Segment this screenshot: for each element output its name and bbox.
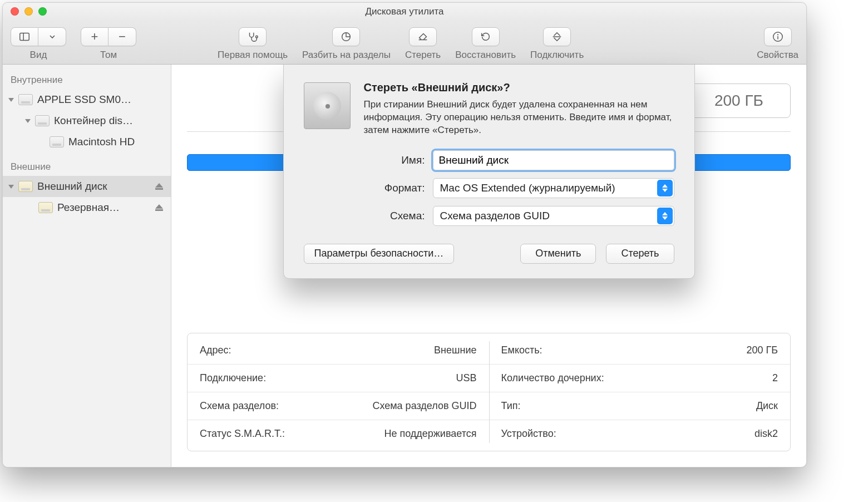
detail-row: Тип:Диск — [489, 392, 791, 420]
detail-row: Статус S.M.A.R.T.:Не поддерживается — [188, 420, 489, 447]
detail-key: Схема разделов: — [200, 400, 279, 412]
sidebar-item-external-disk[interactable]: Внешний диск — [3, 176, 171, 197]
minimize-icon[interactable] — [24, 7, 33, 16]
add-volume-button[interactable]: + — [81, 27, 108, 46]
info-button[interactable] — [764, 27, 792, 46]
toolbar-info: Свойства — [757, 27, 798, 61]
first-aid-button[interactable] — [239, 27, 267, 46]
pie-icon — [340, 31, 352, 43]
svg-point-2 — [256, 36, 258, 38]
view-menu-button[interactable] — [38, 27, 66, 46]
zoom-icon[interactable] — [38, 7, 47, 16]
detail-value: 2 — [772, 372, 778, 384]
erase-form: Имя: Формат: Mac OS Extended (журналируе… — [364, 150, 674, 226]
select-stepper-icon — [657, 208, 673, 224]
cancel-button[interactable]: Отменить — [520, 244, 596, 264]
details-card: Адрес:Внешние Подключение:USB Схема разд… — [187, 333, 791, 451]
mount-button[interactable] — [543, 27, 571, 46]
partition-button[interactable] — [332, 27, 360, 46]
stethoscope-icon — [246, 31, 259, 43]
detail-value: Схема разделов GUID — [372, 400, 476, 412]
sidebar-internal-header: Внутренние — [3, 71, 171, 89]
info-icon — [772, 31, 784, 43]
detail-value: USB — [456, 372, 476, 384]
erase-confirm-button[interactable]: Стереть — [606, 244, 674, 264]
toolbar: Вид + − Том Первая помощь Разбить на раз… — [3, 21, 806, 65]
sidebar-item-label: Контейнер dis… — [54, 115, 133, 127]
detail-row: Адрес:Внешние — [188, 337, 489, 364]
detail-key: Статус S.M.A.R.T.: — [200, 428, 285, 440]
app-window: Дисковая утилита Вид + − Том — [2, 2, 807, 467]
remove-volume-button[interactable]: − — [108, 27, 136, 46]
svg-point-6 — [777, 35, 778, 35]
detail-value: 200 ГБ — [746, 344, 778, 356]
toolbar-mount: Подключить — [530, 27, 584, 61]
sidebar-toggle-icon — [18, 31, 31, 43]
detail-value: Не поддерживается — [384, 428, 476, 440]
restore-button[interactable] — [472, 27, 500, 46]
details-right-column: Емкость:200 ГБ Количество дочерних:2 Тип… — [489, 333, 791, 451]
disclosure-triangle-icon[interactable] — [8, 98, 14, 102]
plus-icon: + — [91, 29, 98, 44]
erase-button[interactable] — [409, 27, 437, 46]
sidebar-external-header: Внешние — [3, 158, 171, 176]
sidebar-item-container[interactable]: Контейнер dis… — [3, 110, 171, 131]
detail-value: Внешние — [434, 344, 476, 356]
detail-row: Количество дочерних:2 — [489, 364, 791, 392]
minus-icon: − — [119, 29, 126, 44]
sidebar-item-label: Внешний диск — [37, 180, 107, 193]
scheme-select[interactable]: Схема разделов GUID — [433, 206, 674, 226]
detail-key: Емкость: — [501, 344, 542, 356]
sidebar-item-backup[interactable]: Резервная… — [3, 197, 171, 218]
detail-key: Тип: — [501, 400, 521, 412]
main-panel: 200 ГБ Адрес:Внешние Подключение:USB Схе… — [171, 65, 806, 467]
detail-key: Устройство: — [501, 428, 556, 440]
restore-icon — [480, 31, 492, 43]
hard-drive-icon — [304, 82, 351, 129]
eraser-icon — [417, 31, 429, 43]
detail-key: Подключение: — [200, 372, 266, 384]
details-left-column: Адрес:Внешние Подключение:USB Схема разд… — [188, 333, 489, 451]
detail-value: Диск — [756, 400, 778, 412]
toolbar-partition-label: Разбить на разделы — [302, 50, 391, 61]
eject-icon[interactable] — [155, 204, 163, 211]
eject-icon[interactable] — [155, 183, 163, 190]
toolbar-volume: + − Том — [81, 27, 136, 61]
close-icon[interactable] — [11, 7, 19, 16]
toolbar-erase-label: Стереть — [405, 50, 441, 61]
disclosure-triangle-icon[interactable] — [8, 185, 14, 189]
toolbar-mount-label: Подключить — [530, 50, 584, 61]
sidebar-item-label: Резервная… — [57, 201, 120, 214]
svg-rect-0 — [20, 33, 29, 41]
internal-drive-icon — [18, 94, 33, 105]
toolbar-first-aid-label: Первая помощь — [218, 50, 288, 61]
sidebar-item-label: Macintosh HD — [68, 136, 135, 148]
toolbar-partition: Разбить на разделы — [302, 27, 391, 61]
detail-row: Устройство:disk2 — [489, 420, 791, 447]
sheet-title: Стереть «Внешний диск»? — [364, 81, 674, 94]
format-select[interactable]: Mac OS Extended (журналируемый) — [433, 178, 674, 198]
toolbar-view-label: Вид — [30, 50, 47, 61]
mount-icon — [551, 31, 563, 43]
toolbar-restore: Восстановить — [455, 27, 516, 61]
sheet-message: При стирании Внешний диск будет удалена … — [364, 99, 674, 137]
sheet-actions: Параметры безопасности… Отменить Стереть — [304, 244, 674, 264]
name-input[interactable] — [433, 150, 674, 170]
toolbar-volume-label: Том — [100, 50, 117, 61]
toolbar-first-aid: Первая помощь — [218, 27, 288, 61]
detail-row: Схема разделов:Схема разделов GUID — [188, 392, 489, 420]
security-options-button[interactable]: Параметры безопасности… — [304, 244, 455, 264]
sidebar-item-internal-disk[interactable]: APPLE SSD SM0… — [3, 89, 171, 110]
scheme-label: Схема: — [364, 210, 425, 222]
format-label: Формат: — [364, 182, 425, 194]
volume-drive-icon — [50, 136, 64, 147]
disclosure-triangle-icon[interactable] — [25, 119, 31, 123]
external-drive-icon — [18, 181, 33, 192]
toolbar-view: Вид — [11, 27, 66, 61]
erase-sheet: Стереть «Внешний диск»? При стирании Вне… — [283, 65, 695, 279]
detail-value: disk2 — [754, 428, 778, 440]
view-mode-button[interactable] — [11, 27, 38, 46]
sidebar-item-macintosh-hd[interactable]: Macintosh HD — [3, 131, 171, 152]
capacity-badge: 200 ГБ — [687, 83, 791, 118]
detail-key: Адрес: — [200, 344, 231, 356]
